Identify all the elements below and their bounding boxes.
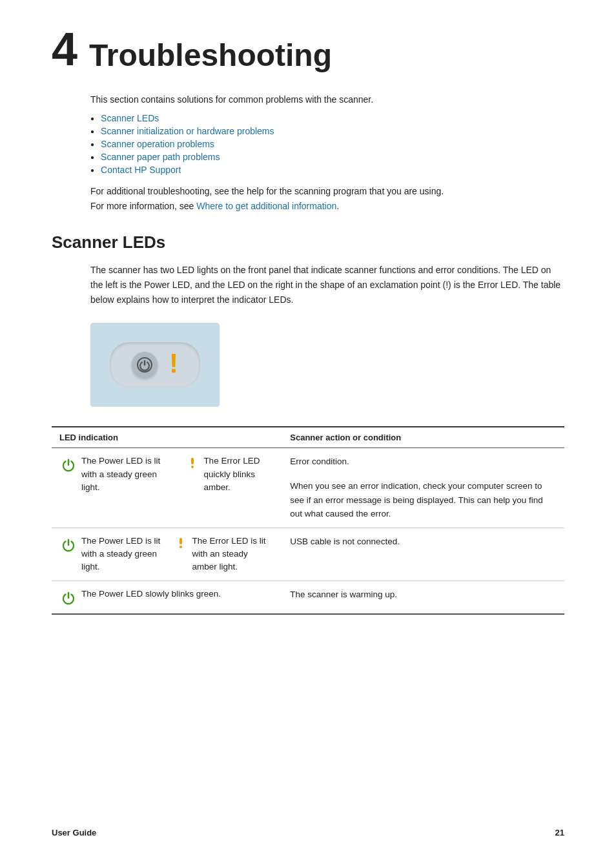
error-led-indicator: The Error LED quickly blinks amber. <box>185 455 274 494</box>
link-additional-info[interactable]: Where to get additional information <box>196 201 336 211</box>
error-led-indicator: The Error LED is lit with an steady ambe… <box>174 535 274 574</box>
svg-rect-1 <box>191 458 194 464</box>
chapter-title: Troubleshooting <box>89 26 332 73</box>
power-button-image <box>132 352 158 378</box>
list-item-scanner-paper: Scanner paper path problems <box>90 152 564 162</box>
svg-point-2 <box>191 466 194 468</box>
footer-right: 21 <box>555 828 564 838</box>
power-led-text: The Power LED is lit with a steady green… <box>81 455 172 494</box>
power-led-icon <box>59 589 77 607</box>
power-led-text: The Power LED slowly blinks green. <box>81 588 221 601</box>
exclaim-icon: ! <box>169 350 178 377</box>
chapter-number: 4 <box>52 26 77 72</box>
additional-info: For additional troubleshooting, see the … <box>90 184 564 213</box>
table-row: The Power LED is lit with a steady green… <box>52 528 564 581</box>
link-scanner-init[interactable]: Scanner initialization or hardware probl… <box>101 126 274 136</box>
chapter-header: 4 Troubleshooting <box>52 26 564 73</box>
bullet-links-list: Scanner LEDs Scanner initialization or h… <box>90 113 564 175</box>
table-action-cell: The scanner is warming up. <box>282 581 564 614</box>
scanner-image: ! <box>90 323 220 407</box>
action-body: USB cable is not connected. <box>290 535 557 549</box>
power-led-icon <box>59 536 77 554</box>
link-scanner-paper[interactable]: Scanner paper path problems <box>101 152 220 162</box>
power-led-indicator: The Power LED slowly blinks green. <box>59 588 221 607</box>
table-action-cell: Error condition.When you see an error in… <box>282 448 564 528</box>
additional-info-line2-prefix: For more information, see <box>90 201 196 211</box>
section-leds-description: The scanner has two LED lights on the fr… <box>90 263 564 307</box>
action-body: The scanner is warming up. <box>290 588 557 602</box>
error-led-text: The Error LED is lit with an steady ambe… <box>192 535 274 574</box>
additional-info-line1: For additional troubleshooting, see the … <box>90 186 444 196</box>
action-body: When you see an error indication, check … <box>290 479 557 521</box>
power-led-indicator: The Power LED is lit with a steady green… <box>59 535 161 574</box>
table-row: The Power LED slowly blinks green.The sc… <box>52 581 564 614</box>
svg-point-4 <box>180 546 182 548</box>
table-row: The Power LED is lit with a steady green… <box>52 448 564 528</box>
page-content: 4 Troubleshooting This section contains … <box>0 0 616 679</box>
error-led-text: The Error LED quickly blinks amber. <box>203 455 274 494</box>
power-led-indicator: The Power LED is lit with a steady green… <box>59 455 172 494</box>
section-leds-title: Scanner LEDs <box>52 232 564 252</box>
link-scanner-leds[interactable]: Scanner LEDs <box>101 113 159 123</box>
led-table: LED indication Scanner action or conditi… <box>52 426 564 614</box>
intro-text: This section contains solutions for comm… <box>90 92 564 107</box>
list-item-scanner-leds: Scanner LEDs <box>90 113 564 123</box>
power-led-text: The Power LED is lit with a steady green… <box>81 535 161 574</box>
table-led-cell: The Power LED is lit with a steady green… <box>52 448 282 528</box>
list-item-scanner-operation: Scanner operation problems <box>90 139 564 149</box>
error-led-icon <box>185 456 200 470</box>
footer-left: User Guide <box>52 828 96 838</box>
scanner-panel: ! <box>110 342 200 387</box>
error-led-icon <box>174 536 188 550</box>
list-item-scanner-init: Scanner initialization or hardware probl… <box>90 126 564 136</box>
additional-info-line2-suffix: . <box>336 201 339 211</box>
table-led-cell: The Power LED is lit with a steady green… <box>52 528 282 581</box>
list-item-contact-hp: Contact HP Support <box>90 165 564 175</box>
power-led-icon <box>59 456 77 474</box>
link-scanner-operation[interactable]: Scanner operation problems <box>101 139 214 149</box>
svg-rect-3 <box>180 538 182 544</box>
link-contact-hp[interactable]: Contact HP Support <box>101 165 181 175</box>
table-col1-header: LED indication <box>52 427 282 448</box>
table-action-cell: USB cable is not connected. <box>282 528 564 581</box>
table-led-cell: The Power LED slowly blinks green. <box>52 581 282 614</box>
action-title: Error condition. <box>290 455 557 469</box>
table-col2-header: Scanner action or condition <box>282 427 564 448</box>
page-footer: User Guide 21 <box>0 828 616 838</box>
